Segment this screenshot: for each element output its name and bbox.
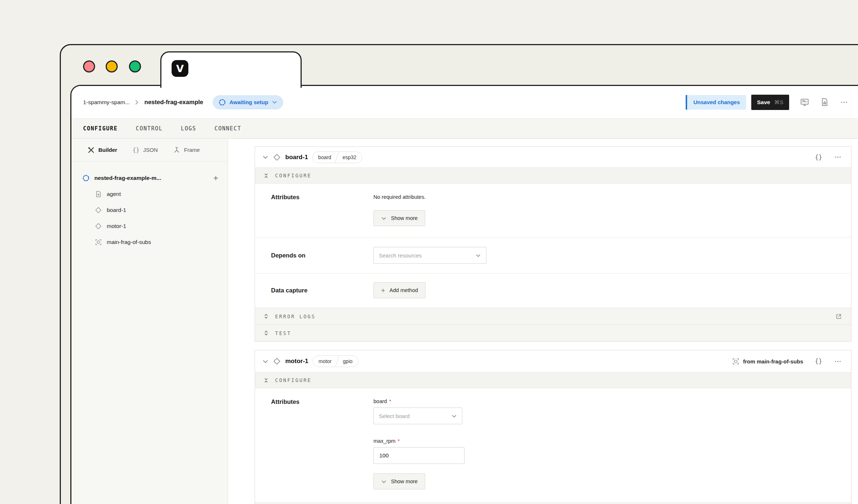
traffic-light-yellow-icon bbox=[106, 60, 118, 72]
show-more-button[interactable]: Show more bbox=[373, 210, 425, 226]
frame-axes-icon bbox=[173, 146, 180, 154]
builder-tools-icon bbox=[87, 146, 95, 154]
required-asterisk: * bbox=[397, 438, 400, 444]
main-content: board-1 board esp32 {} bbox=[228, 139, 858, 504]
app-header: 1-spammy-spam... nested-frag-example Awa… bbox=[71, 86, 858, 118]
next-section-bar-clipped[interactable] bbox=[255, 503, 851, 504]
attributes-label: Attributes bbox=[271, 192, 373, 226]
depends-on-select[interactable]: Search resources bbox=[373, 247, 486, 264]
max-rpm-input[interactable] bbox=[373, 447, 465, 464]
braces-icon: {} bbox=[133, 146, 140, 153]
from-fragment-group[interactable]: from main-frag-of-subs bbox=[732, 358, 803, 365]
chevron-down-icon bbox=[451, 413, 457, 419]
status-badge-label: Awaiting setup bbox=[230, 99, 268, 105]
show-more-button[interactable]: Show more bbox=[373, 473, 425, 489]
tree-item-label: nested-frag-example-m... bbox=[94, 175, 209, 181]
tag-model: esp32 bbox=[337, 152, 362, 163]
tab-control[interactable]: CONTROL bbox=[136, 125, 163, 132]
chevron-down-icon bbox=[381, 479, 387, 484]
component-diamond-icon bbox=[273, 357, 281, 365]
add-method-label: Add method bbox=[389, 287, 418, 293]
tab-connect[interactable]: CONNECT bbox=[215, 125, 242, 132]
open-external-icon[interactable] bbox=[835, 313, 842, 320]
tab-logs[interactable]: LOGS bbox=[181, 125, 196, 132]
card-motor-1: motor-1 motor gpio from main-frag-of-sub… bbox=[255, 350, 851, 504]
attributes-row: Attributes board * Select board bbox=[255, 388, 851, 503]
tree-item-label: agent bbox=[107, 191, 121, 197]
card-board-1: board-1 board esp32 {} bbox=[255, 146, 851, 342]
mode-frame-label: Frame bbox=[184, 147, 200, 153]
required-asterisk: * bbox=[389, 398, 391, 404]
error-logs-section-bar[interactable]: ERROR LOGS bbox=[255, 308, 851, 324]
tab-configure[interactable]: CONFIGURE bbox=[83, 125, 118, 132]
more-options-icon[interactable] bbox=[840, 98, 848, 106]
component-type-tags: board esp32 bbox=[312, 151, 362, 163]
tree-item-motor-1[interactable]: motor-1 bbox=[71, 218, 228, 234]
tree-item-agent[interactable]: agent bbox=[71, 186, 228, 202]
sidebar: Builder {} JSON Frame nested-frag-exampl… bbox=[71, 139, 228, 504]
machine-status-spinner-icon bbox=[82, 174, 90, 182]
from-fragment-label: from main-frag-of-subs bbox=[743, 358, 803, 365]
data-capture-label: Data capture bbox=[271, 287, 373, 294]
attributes-label: Attributes bbox=[271, 397, 373, 489]
configure-section-label: CONFIGURE bbox=[275, 377, 312, 383]
configure-section-bar[interactable]: CONFIGURE bbox=[255, 168, 851, 184]
configure-section-bar[interactable]: CONFIGURE bbox=[255, 372, 851, 388]
machine-status-badge[interactable]: Awaiting setup bbox=[213, 95, 283, 109]
board-select-placeholder: Select board bbox=[379, 413, 451, 419]
card-board-1-header: board-1 board esp32 {} bbox=[255, 147, 851, 168]
component-diamond-icon bbox=[273, 153, 281, 161]
tree-item-machine[interactable]: nested-frag-example-m... + bbox=[71, 170, 228, 186]
browser-tab: V bbox=[160, 51, 302, 88]
tree-item-main-frag-of-subs[interactable]: main-frag-of-subs bbox=[71, 234, 228, 250]
traffic-light-green-icon bbox=[129, 60, 141, 72]
resource-tree: nested-frag-example-m... + agent board-1… bbox=[71, 161, 228, 250]
unsaved-changes-badge: Unsaved changes bbox=[686, 95, 746, 110]
save-label: Save bbox=[757, 99, 770, 106]
show-more-label: Show more bbox=[391, 479, 418, 484]
collapse-vertical-icon bbox=[263, 173, 269, 179]
fragment-icon bbox=[95, 239, 102, 246]
json-braces-icon[interactable]: {} bbox=[815, 154, 822, 161]
nav-tab-strip: CONFIGURE CONTROL LOGS CONNECT bbox=[71, 118, 858, 139]
test-label: TEST bbox=[275, 330, 291, 336]
fragment-icon bbox=[732, 358, 740, 365]
save-button[interactable]: Save ⌘S bbox=[751, 95, 789, 110]
collapse-chevron-icon[interactable] bbox=[262, 154, 269, 160]
attributes-row: Attributes No required attributes. Show … bbox=[255, 184, 851, 237]
data-capture-row: Data capture + Add method bbox=[255, 273, 851, 308]
page: V 1-spammy-spam... nested-frag-example A… bbox=[0, 0, 858, 504]
depends-on-label: Depends on bbox=[271, 252, 373, 259]
breadcrumb-parent[interactable]: 1-spammy-spam... bbox=[83, 99, 130, 106]
card-motor-1-header: motor-1 motor gpio from main-frag-of-sub… bbox=[255, 350, 851, 372]
tag-model: gpio bbox=[337, 356, 358, 367]
test-section-bar[interactable]: TEST bbox=[255, 324, 851, 341]
plus-icon: + bbox=[381, 287, 385, 294]
component-diamond-icon bbox=[95, 206, 102, 214]
add-method-button[interactable]: + Add method bbox=[373, 282, 426, 298]
component-name: board-1 bbox=[285, 154, 308, 161]
attributes-note: No required attributes. bbox=[373, 192, 851, 200]
collapse-vertical-icon bbox=[263, 377, 269, 383]
save-shortcut: ⌘S bbox=[774, 99, 783, 106]
mode-builder[interactable]: Builder bbox=[87, 146, 117, 154]
tree-item-label: main-frag-of-subs bbox=[107, 239, 151, 245]
collapse-chevron-icon[interactable] bbox=[262, 358, 269, 365]
tree-item-board-1[interactable]: board-1 bbox=[71, 202, 228, 218]
logs-file-icon[interactable] bbox=[820, 98, 829, 107]
board-select[interactable]: Select board bbox=[373, 407, 462, 424]
more-options-icon[interactable] bbox=[834, 153, 842, 161]
json-braces-icon[interactable]: {} bbox=[815, 358, 822, 365]
field-max-rpm-label: max_rpm bbox=[373, 438, 395, 444]
mode-json-label: JSON bbox=[143, 147, 158, 153]
tag-type: motor bbox=[313, 356, 337, 367]
more-options-icon[interactable] bbox=[834, 358, 842, 365]
mode-frame[interactable]: Frame bbox=[173, 146, 200, 154]
component-name: motor-1 bbox=[285, 358, 308, 365]
add-resource-button[interactable]: + bbox=[213, 174, 218, 182]
machine-monitor-icon[interactable] bbox=[800, 98, 809, 107]
awaiting-spinner-icon bbox=[219, 99, 226, 106]
agent-file-icon bbox=[95, 190, 102, 198]
mode-json[interactable]: {} JSON bbox=[133, 146, 158, 153]
show-more-label: Show more bbox=[391, 215, 418, 221]
